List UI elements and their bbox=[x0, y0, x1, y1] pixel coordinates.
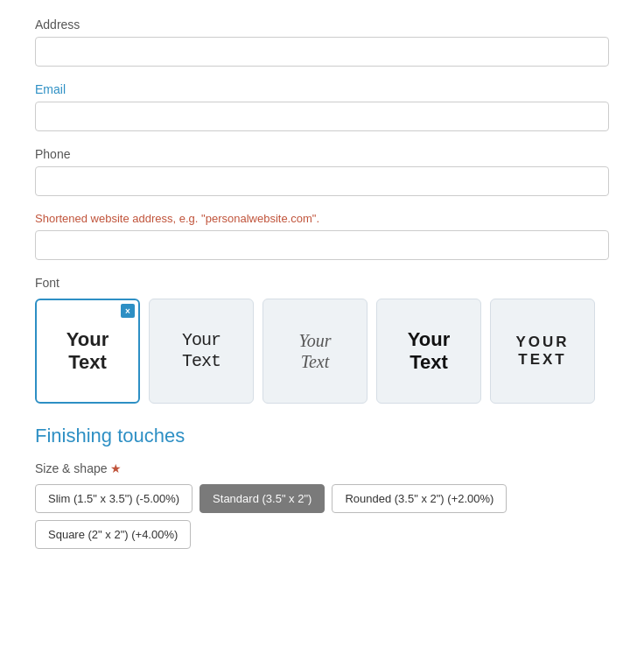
font-option-4[interactable]: YourText bbox=[376, 299, 481, 404]
finishing-title: Finishing touches bbox=[35, 425, 609, 447]
website-group: Shortened website address, e.g. "persona… bbox=[35, 212, 609, 260]
font-option-5[interactable]: YOURTEXT bbox=[490, 299, 595, 404]
phone-group: Phone bbox=[35, 147, 609, 196]
font-preview-3: YourText bbox=[298, 330, 331, 372]
font-label: Font bbox=[35, 276, 609, 290]
size-standard-button[interactable]: Standard (3.5" x 2") bbox=[200, 484, 325, 513]
email-group: Email bbox=[35, 82, 609, 131]
font-preview-4: YourText bbox=[408, 328, 450, 375]
address-label: Address bbox=[35, 18, 609, 32]
website-input[interactable] bbox=[35, 230, 609, 260]
email-input[interactable] bbox=[35, 102, 609, 131]
font-preview-1: YourText bbox=[66, 328, 108, 375]
size-row-1: Slim (1.5" x 3.5") (-5.00%) Standard (3.… bbox=[35, 484, 609, 513]
font-group: Font × YourText YourText YourText YourTe… bbox=[35, 276, 609, 404]
font-option-2[interactable]: YourText bbox=[149, 299, 254, 404]
address-input[interactable] bbox=[35, 37, 609, 67]
size-group: Size & shape ★ Slim (1.5" x 3.5") (-5.00… bbox=[35, 461, 609, 549]
size-row-2: Square (2" x 2") (+4.00%) bbox=[35, 520, 609, 549]
address-group: Address bbox=[35, 18, 609, 67]
phone-label: Phone bbox=[35, 147, 609, 161]
size-square-button[interactable]: Square (2" x 2") (+4.00%) bbox=[35, 520, 191, 549]
font-options: × YourText YourText YourText YourText YO… bbox=[35, 299, 609, 404]
finishing-section: Finishing touches Size & shape ★ Slim (1… bbox=[35, 425, 609, 549]
phone-input[interactable] bbox=[35, 166, 609, 196]
email-label: Email bbox=[35, 82, 609, 96]
font-preview-2: YourText bbox=[182, 330, 220, 372]
font-option-1[interactable]: × YourText bbox=[35, 299, 140, 404]
required-indicator: ★ bbox=[110, 461, 122, 475]
font-preview-5: YOURTEXT bbox=[515, 334, 569, 369]
size-label: Size & shape ★ bbox=[35, 461, 609, 475]
font-option-3[interactable]: YourText bbox=[262, 299, 368, 404]
close-icon[interactable]: × bbox=[121, 304, 135, 318]
website-hint: Shortened website address, e.g. "persona… bbox=[35, 212, 609, 225]
size-slim-button[interactable]: Slim (1.5" x 3.5") (-5.00%) bbox=[35, 484, 192, 513]
size-rounded-button[interactable]: Rounded (3.5" x 2") (+2.00%) bbox=[332, 484, 507, 513]
